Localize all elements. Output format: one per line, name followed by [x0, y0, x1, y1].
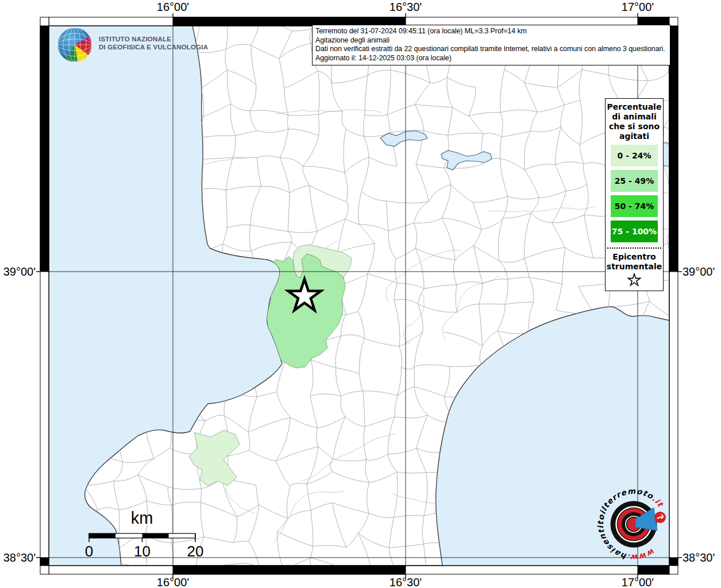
scale-tick-10: 10	[134, 543, 151, 560]
legend-title-line: agitati	[606, 131, 663, 141]
axis-label-top-16-00: 16°00'	[141, 1, 205, 14]
axis-label-right-39-00: 39°00'	[683, 265, 721, 278]
ingv-name-line1: ISTITUTO NAZIONALE	[99, 35, 208, 43]
ingv-name-line2: DI GEOFISICA E VULCANOLOGIA	[99, 43, 208, 51]
legend-epicenter-label: strumentale	[606, 262, 663, 272]
ingv-logo: ISTITUTO NAZIONALE DI GEOFISICA E VULCAN…	[56, 26, 208, 63]
scale-tick-0: 0	[85, 543, 93, 560]
axis-label-bottom-16-30: 16°30'	[374, 576, 437, 588]
legend-item-25-49: 25 - 49%	[611, 170, 658, 192]
legend-title-line: Percentuale	[606, 102, 663, 112]
legend-star-icon	[606, 273, 663, 287]
axis-label-top-16-30: 16°30'	[374, 1, 437, 14]
legend-title-line: che si sono	[606, 122, 663, 131]
axis-label-left-39-00: 39°00'	[0, 265, 36, 278]
legend-item-50-74: 50 - 74%	[611, 195, 658, 217]
axis-label-top-17-00: 17°00'	[606, 1, 669, 14]
ingv-globe-icon	[56, 26, 93, 63]
map-canvas: km 0 10 20 ?	[49, 26, 669, 566]
axis-label-bottom-16-00: 16°00'	[141, 576, 205, 588]
legend-epicenter-label: Epicentro	[606, 252, 663, 262]
legend-title-line: di animali	[606, 112, 663, 122]
legend-item-75-100: 75 - 100%	[611, 220, 658, 242]
scale-unit-label: km	[131, 509, 153, 527]
map-page: km 0 10 20 ?	[0, 0, 721, 588]
event-subtitle: Agitazione degli animali	[315, 36, 667, 45]
event-data-note: Dati non verificati estratti da 22 quest…	[315, 45, 667, 54]
axis-label-left-38-30: 38°30'	[0, 551, 36, 564]
scale-tick-20: 20	[187, 543, 204, 560]
legend-item-0-24: 0 - 24%	[611, 145, 658, 167]
event-title: Terremoto del 31-07-2024 09:45:11 (ora l…	[315, 27, 667, 36]
event-updated-note: Aggiornato il: 14-12-2025 03:03 (ora loc…	[315, 54, 667, 63]
axis-label-right-38-30: 38°30'	[683, 551, 721, 564]
legend-panel: Percentuale di animali che si sono agita…	[605, 98, 664, 291]
legend-divider	[607, 247, 661, 249]
event-info-box: Terremoto del 31-07-2024 09:45:11 (ora l…	[312, 25, 670, 65]
axis-label-bottom-17-00: 17°00'	[606, 576, 669, 588]
